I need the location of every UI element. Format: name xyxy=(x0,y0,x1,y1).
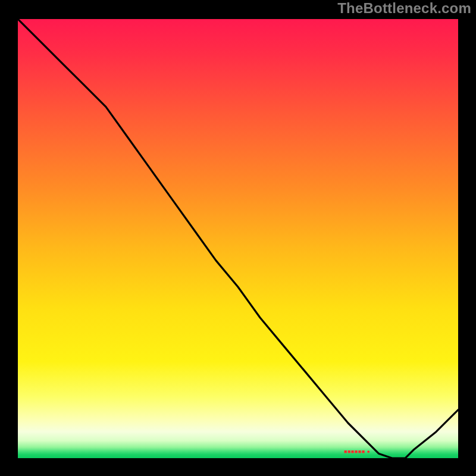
optimal-marker: ■■■■■■ ● xyxy=(344,449,371,455)
attribution-text: TheBottleneck.com xyxy=(337,0,471,17)
chart-frame: TheBottleneck.com ■■■■■■ ● xyxy=(0,0,476,476)
data-curve xyxy=(18,19,458,458)
plot-area: ■■■■■■ ● xyxy=(18,19,458,458)
